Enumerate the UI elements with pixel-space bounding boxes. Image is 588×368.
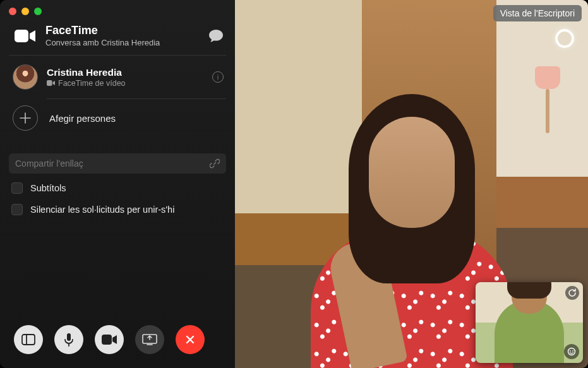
fullscreen-window-button[interactable] [34,8,42,15]
silence-join-label: Silenciar les sol·licituds per unir-s'hi [30,205,174,215]
svg-rect-1 [47,80,52,86]
window-controls [0,0,235,19]
app-title: FaceTime [45,24,200,37]
svg-point-9 [570,350,571,352]
add-people-button[interactable]: Afegir persones [0,99,235,142]
avatar [13,64,38,90]
participant-row[interactable]: Cristina Heredia FaceTime de vídeo i [0,56,235,98]
desktop-view-badge[interactable]: Vista de l'Escriptori [493,5,582,21]
participant-name: Cristina Heredia [47,67,203,78]
messages-button[interactable] [208,29,224,43]
end-call-button[interactable] [176,325,205,354]
subtitles-label: Subtítols [30,183,66,193]
camera-button[interactable] [95,325,124,354]
subtitles-option[interactable]: Subtítols [0,174,235,195]
screenshare-button[interactable] [135,325,164,354]
subtitles-checkbox[interactable] [11,182,23,194]
main-video-area: Vista de l'Escriptori [235,0,588,368]
svg-rect-5 [102,335,112,345]
video-icon [14,28,37,44]
share-link-field[interactable]: Compartir l'enllaç [9,153,226,174]
silence-join-option[interactable]: Silenciar les sol·licituds per unir-s'hi [0,195,235,217]
facetime-window: FaceTime Conversa amb Cristina Heredia C… [0,0,588,368]
svg-rect-0 [15,30,28,42]
app-subtitle: Conversa amb Cristina Heredia [45,38,200,47]
svg-rect-2 [22,335,35,345]
sidebar-toggle-button[interactable] [14,325,43,354]
close-window-button[interactable] [9,8,16,15]
minimize-window-button[interactable] [21,8,29,15]
participant-subtitle-text: FaceTime de vídeo [58,79,126,88]
live-photo-button[interactable] [555,29,574,48]
video-icon [47,80,55,86]
svg-point-8 [568,348,575,355]
add-people-label: Afegir persones [49,113,116,124]
plus-icon [13,105,38,131]
mute-button[interactable] [54,325,83,354]
app-header: FaceTime Conversa amb Cristina Heredia [0,19,235,55]
participant-subtitle: FaceTime de vídeo [47,79,203,88]
call-controls [0,314,235,368]
svg-point-10 [572,350,573,352]
link-icon [210,158,220,169]
svg-rect-4 [67,333,71,341]
sidebar-panel: FaceTime Conversa amb Cristina Heredia C… [0,0,235,368]
silence-join-checkbox[interactable] [11,204,23,215]
rotate-icon[interactable] [565,286,579,300]
self-view-pip[interactable] [476,282,583,363]
info-icon[interactable]: i [212,71,224,83]
reactions-button[interactable] [564,344,579,359]
share-link-placeholder: Compartir l'enllaç [15,158,83,169]
